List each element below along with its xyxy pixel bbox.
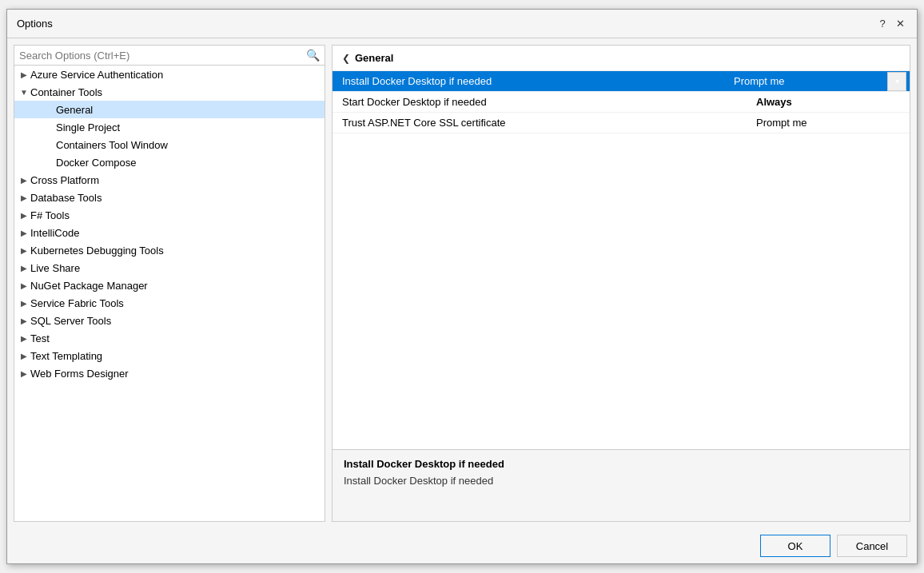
tree-label-kubernetes: Kubernetes Debugging Tools [30,245,164,257]
ok-button[interactable]: OK [760,535,830,557]
tree-item-web-forms[interactable]: ▶Web Forms Designer [14,364,325,382]
tree-item-intellicode[interactable]: ▶IntelliCode [14,224,325,241]
tree-arrow-cross-platform: ▶ [18,173,30,186]
tree-arrow-azure: ▶ [18,68,30,81]
tree-item-live-share[interactable]: ▶Live Share [14,259,325,277]
tree-label-test: Test [30,332,50,344]
tree-label-text-templating: Text Templating [30,350,102,362]
tree-label-single-project: Single Project [56,121,120,133]
chevron-down-icon: ❮ [342,53,350,64]
tree-label-sql-server: SQL Server Tools [30,315,111,327]
tree-arrow-single-project [43,121,56,133]
settings-header: ❮ General [333,46,910,71]
title-bar: Options ? ✕ [7,10,917,38]
options-dialog: Options ? ✕ 🔍 ▶Azure Service Authenticat… [6,9,918,564]
tree-label-cross-platform: Cross Platform [30,174,99,186]
close-button[interactable]: ✕ [893,17,907,31]
tree-item-nuget[interactable]: ▶NuGet Package Manager [14,277,325,294]
tree-item-azure[interactable]: ▶Azure Service Authentication [14,66,325,83]
dialog-body: 🔍 ▶Azure Service Authentication▼Containe… [7,38,917,528]
tree-label-nuget: NuGet Package Manager [30,280,148,292]
tree-item-sql-server[interactable]: ▶SQL Server Tools [14,312,325,329]
search-box[interactable]: 🔍 [14,46,325,66]
settings-row-label-start-docker: Start Docker Desktop if needed [333,96,750,108]
tree-arrow-fsharp-tools: ▶ [18,209,30,221]
tree-item-text-templating[interactable]: ▶Text Templating [14,347,325,364]
description-area: Install Docker Desktop if needed Install… [332,450,910,522]
tree-item-test[interactable]: ▶Test [14,329,325,347]
search-input[interactable] [19,50,306,62]
tree-arrow-test: ▶ [18,332,30,344]
tree-arrow-service-fabric: ▶ [18,296,30,309]
tree-item-fsharp-tools[interactable]: ▶F# Tools [14,206,325,224]
settings-row-value-install-docker: Prompt me [727,75,887,87]
tree-item-docker-compose[interactable]: Docker Compose [14,153,325,171]
settings-row-value-start-docker: Always [750,96,910,108]
help-button[interactable]: ? [875,17,890,31]
tree-label-database-tools: Database Tools [30,192,102,204]
tree-label-azure: Azure Service Authentication [30,69,163,81]
tree-arrow-database-tools: ▶ [18,191,30,204]
dialog-footer: OK Cancel [7,528,917,563]
tree-item-service-fabric[interactable]: ▶Service Fabric Tools [14,294,325,312]
settings-row-trust-ssl[interactable]: Trust ASP.NET Core SSL certificatePrompt… [333,113,910,133]
tree-label-container-tools: Container Tools [30,86,102,98]
settings-row-start-docker[interactable]: Start Docker Desktop if neededAlways [333,92,910,113]
settings-table: Install Docker Desktop if neededPrompt m… [333,71,910,133]
tree-item-general[interactable]: General [14,101,325,118]
tree-arrow-containers-tool-window [43,138,56,151]
dropdown-button-install-docker[interactable]: ▾ [887,72,906,91]
tree-label-intellicode: IntelliCode [30,227,79,239]
tree-arrow-docker-compose [43,156,56,169]
settings-row-label-trust-ssl: Trust ASP.NET Core SSL certificate [333,117,750,129]
dialog-title: Options [17,18,53,30]
tree-arrow-text-templating: ▶ [18,349,30,362]
tree-arrow-live-share: ▶ [18,261,30,274]
tree-label-live-share: Live Share [30,262,80,274]
tree-label-general: General [56,104,93,116]
tree-label-containers-tool-window: Containers Tool Window [56,139,168,151]
tree-label-web-forms: Web Forms Designer [30,368,129,380]
right-panel: ❮ General Install Docker Desktop if need… [332,45,910,522]
tree-arrow-kubernetes: ▶ [18,244,30,257]
tree-item-database-tools[interactable]: ▶Database Tools [14,189,325,206]
tree-arrow-intellicode: ▶ [18,226,30,239]
tree-item-kubernetes[interactable]: ▶Kubernetes Debugging Tools [14,241,325,259]
left-panel: 🔍 ▶Azure Service Authentication▼Containe… [14,45,325,522]
tree-label-fsharp-tools: F# Tools [30,209,70,221]
tree-arrow-nuget: ▶ [18,279,30,292]
tree-arrow-web-forms: ▶ [18,367,30,380]
tree-label-docker-compose: Docker Compose [56,157,136,169]
tree-container[interactable]: ▶Azure Service Authentication▼Container … [14,66,325,521]
title-buttons: ? ✕ [875,17,907,31]
settings-row-label-install-docker: Install Docker Desktop if needed [333,75,727,87]
search-icon: 🔍 [306,49,320,62]
tree-label-service-fabric: Service Fabric Tools [30,297,124,309]
tree-item-container-tools[interactable]: ▼Container Tools [14,83,325,101]
tree-arrow-general [43,103,56,116]
tree-arrow-sql-server: ▶ [18,314,30,327]
settings-section-title: General [355,52,393,64]
settings-row-value-trust-ssl: Prompt me [750,117,910,129]
tree-item-single-project[interactable]: Single Project [14,118,325,136]
tree-item-containers-tool-window[interactable]: Containers Tool Window [14,136,325,153]
tree-arrow-container-tools: ▼ [18,86,30,98]
description-title: Install Docker Desktop if needed [344,458,898,470]
settings-area: ❮ General Install Docker Desktop if need… [332,45,910,450]
cancel-button[interactable]: Cancel [837,535,907,557]
settings-row-install-docker[interactable]: Install Docker Desktop if neededPrompt m… [333,71,910,92]
tree-item-cross-platform[interactable]: ▶Cross Platform [14,171,325,189]
description-text: Install Docker Desktop if needed [344,475,898,487]
